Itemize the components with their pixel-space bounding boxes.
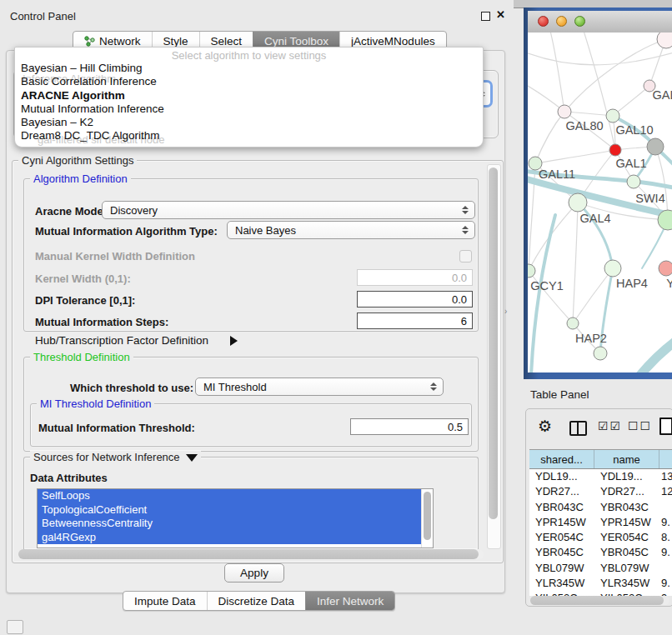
table-cell[interactable]: YLR345W: [594, 576, 659, 591]
table-cell[interactable]: YBL079W: [594, 561, 659, 576]
apply-button[interactable]: Apply: [224, 563, 284, 582]
network-edge[interactable]: [529, 202, 578, 271]
close-icon[interactable]: ✕: [496, 10, 505, 20]
table-row[interactable]: YPR145WYPR145W9.: [529, 515, 672, 530]
aracne-mode-combo[interactable]: Discovery: [102, 201, 475, 219]
mi-algorithm-type-combo[interactable]: Naive Bayes: [227, 221, 475, 239]
algorithm-option[interactable]: Mutual Information Inference: [15, 102, 483, 116]
close-traffic-light-icon[interactable]: [538, 16, 549, 27]
table-cell[interactable]: YBR045C: [594, 545, 659, 560]
kernel-width-field[interactable]: 0.0: [357, 269, 473, 286]
document-icon[interactable]: [659, 418, 672, 435]
attribute-item[interactable]: SelfLoops: [38, 489, 422, 503]
table-row[interactable]: YBR043CYBR043C: [529, 500, 672, 515]
table-row[interactable]: YBL079WYBL079W: [529, 561, 672, 576]
deselect-all-checkboxes-icon[interactable]: ☐☐: [628, 419, 652, 432]
algorithm-option[interactable]: ARACNE Algorithm: [15, 89, 483, 102]
network-node[interactable]: [594, 347, 607, 360]
table-row[interactable]: YLR345WYLR345W9.: [529, 576, 672, 591]
attribute-item[interactable]: TopologicalCoefficient: [38, 503, 422, 518]
table-cell[interactable]: YDR27...: [529, 484, 594, 499]
network-edge[interactable]: [564, 112, 613, 116]
mi-threshold-field[interactable]: 0.5: [350, 418, 469, 435]
table-cell[interactable]: [659, 500, 672, 515]
table-cell[interactable]: YBR045C: [529, 545, 594, 560]
tab-discretize-data[interactable]: Discretize Data: [207, 592, 306, 610]
table-cell[interactable]: 13: [659, 469, 672, 484]
table-row[interactable]: YBR045CYBR045C9.: [529, 545, 672, 560]
dock-panel-icon[interactable]: [7, 620, 23, 634]
network-graph[interactable]: GALGAL80GAL10GAL1GAL11SWI4GAL4GCY1HAP4YH…: [528, 32, 672, 372]
table-cell[interactable]: YDR27...: [594, 484, 659, 499]
mi-steps-field[interactable]: 6: [357, 312, 473, 329]
table-cell[interactable]: [659, 561, 672, 576]
algorithm-option[interactable]: Basic Correlation Inference: [15, 75, 483, 88]
network-node[interactable]: [657, 32, 672, 48]
data-attributes-list[interactable]: SelfLoopsTopologicalCoefficientBetweenne…: [37, 488, 434, 548]
network-edge[interactable]: [535, 112, 564, 163]
network-node[interactable]: [627, 175, 640, 188]
table-row[interactable]: YDL19...YDL19...13: [529, 469, 672, 484]
table-horizontal-scrollbar[interactable]: [529, 596, 669, 605]
attribute-item[interactable]: gal4RGexp: [38, 531, 422, 545]
which-threshold-combo[interactable]: MI Threshold: [195, 378, 444, 396]
network-edge[interactable]: [528, 271, 529, 347]
table-cell[interactable]: YLR345W: [529, 576, 594, 591]
network-edge[interactable]: [640, 340, 672, 372]
network-node[interactable]: [647, 138, 664, 155]
network-edge[interactable]: [613, 86, 649, 116]
network-node[interactable]: [606, 109, 619, 122]
table-horizontal-scrollbar-thumb[interactable]: [530, 596, 664, 605]
table-column-header[interactable]: name: [594, 450, 659, 468]
network-view-window[interactable]: GALGAL80GAL10GAL1GAL11SWI4GAL4GCY1HAP4YH…: [524, 8, 672, 379]
table-cell[interactable]: 9.: [659, 545, 672, 560]
column-layout-icon[interactable]: [569, 421, 587, 436]
sources-title[interactable]: Sources for Network Inference: [30, 451, 201, 463]
tab-impute-data[interactable]: Impute Data: [123, 592, 207, 610]
table-cell[interactable]: YBR043C: [594, 500, 659, 515]
settings-horizontal-scrollbar-thumb[interactable]: [18, 549, 479, 559]
table-cell[interactable]: YDL19...: [594, 469, 659, 484]
attributes-scrollbar[interactable]: [421, 489, 433, 548]
hub-definition-label[interactable]: Hub/Transcription Factor Definition: [35, 334, 208, 347]
table-cell[interactable]: YDL19...: [529, 469, 594, 484]
algorithm-option[interactable]: Dream8 DC_TDC Algorithm: [15, 129, 483, 142]
zoom-traffic-light-icon[interactable]: [574, 16, 585, 27]
gear-icon[interactable]: ⚙: [538, 417, 552, 436]
attributes-scrollbar-thumb[interactable]: [424, 492, 431, 540]
network-edge[interactable]: [573, 202, 578, 323]
network-node[interactable]: [609, 144, 621, 156]
table-cell[interactable]: YBL079W: [529, 561, 594, 576]
table-cell[interactable]: YER054C: [529, 530, 594, 545]
table-column-header[interactable]: shared...: [529, 450, 594, 468]
table-row[interactable]: YER054CYER054C8.: [529, 530, 672, 545]
network-node[interactable]: [558, 105, 571, 118]
network-node[interactable]: [659, 261, 672, 276]
table-header-row[interactable]: shared...nameA: [529, 449, 672, 469]
tab-infer-network[interactable]: Infer Network: [305, 592, 394, 610]
network-window-titlebar[interactable]: [528, 11, 672, 33]
network-canvas[interactable]: GALGAL80GAL10GAL1GAL11SWI4GAL4GCY1HAP4YH…: [528, 32, 672, 372]
settings-vertical-scrollbar-thumb[interactable]: [489, 168, 498, 519]
table-cell[interactable]: 9.: [659, 576, 672, 591]
manual-kernel-width-checkbox[interactable]: [459, 250, 472, 262]
splitter-handle[interactable]: ›: [504, 307, 507, 316]
minimize-traffic-light-icon[interactable]: [556, 16, 567, 27]
attribute-item[interactable]: BetweennessCentrality: [38, 517, 422, 531]
table-cell[interactable]: YBR043C: [529, 500, 594, 515]
table-cell[interactable]: YPR145W: [529, 515, 594, 530]
algorithm-option[interactable]: Bayesian – Hill Climbing: [15, 62, 483, 75]
network-node[interactable]: [569, 193, 587, 212]
network-node[interactable]: [604, 260, 621, 277]
settings-horizontal-scrollbar[interactable]: [18, 549, 484, 559]
network-edge[interactable]: [550, 32, 564, 112]
table-cell[interactable]: 8.: [659, 530, 672, 545]
settings-vertical-scrollbar[interactable]: [487, 164, 501, 549]
network-edge[interactable]: [528, 52, 672, 65]
table-cell[interactable]: 12: [659, 484, 672, 499]
table-cell[interactable]: YPR145W: [594, 515, 659, 530]
network-node[interactable]: [567, 318, 579, 329]
network-edge[interactable]: [564, 39, 666, 112]
table-row[interactable]: YDR27...YDR27...12: [529, 484, 672, 499]
float-window-icon[interactable]: [481, 12, 490, 21]
